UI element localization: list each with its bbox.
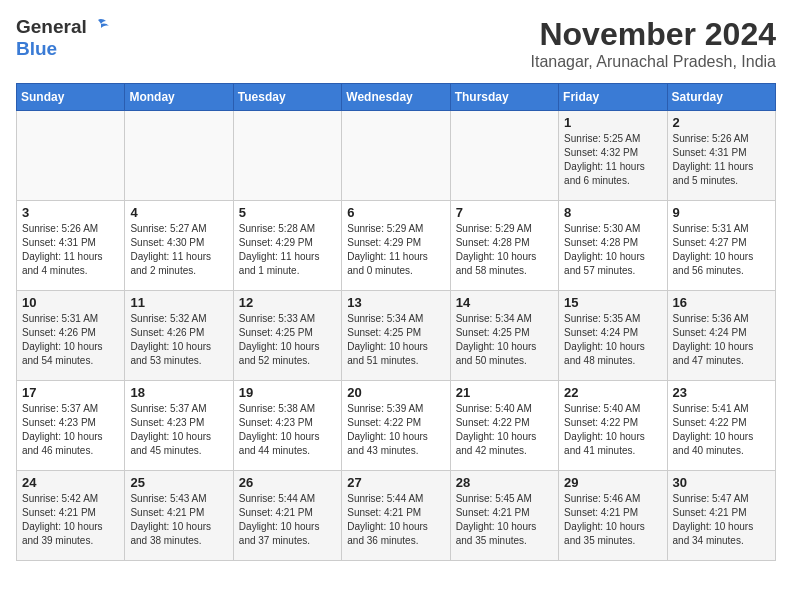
day-number: 30 [673, 475, 770, 490]
calendar-cell: 9Sunrise: 5:31 AMSunset: 4:27 PMDaylight… [667, 201, 775, 291]
location-subtitle: Itanagar, Arunachal Pradesh, India [530, 53, 776, 71]
header-day-monday: Monday [125, 84, 233, 111]
day-number: 29 [564, 475, 661, 490]
day-info: Sunrise: 5:41 AMSunset: 4:22 PMDaylight:… [673, 402, 770, 458]
day-info: Sunrise: 5:31 AMSunset: 4:26 PMDaylight:… [22, 312, 119, 368]
calendar-cell: 26Sunrise: 5:44 AMSunset: 4:21 PMDayligh… [233, 471, 341, 561]
header-day-sunday: Sunday [17, 84, 125, 111]
day-number: 24 [22, 475, 119, 490]
day-number: 7 [456, 205, 553, 220]
day-info: Sunrise: 5:26 AMSunset: 4:31 PMDaylight:… [22, 222, 119, 278]
calendar-cell: 12Sunrise: 5:33 AMSunset: 4:25 PMDayligh… [233, 291, 341, 381]
day-number: 12 [239, 295, 336, 310]
day-info: Sunrise: 5:42 AMSunset: 4:21 PMDaylight:… [22, 492, 119, 548]
header-day-friday: Friday [559, 84, 667, 111]
day-info: Sunrise: 5:31 AMSunset: 4:27 PMDaylight:… [673, 222, 770, 278]
calendar-cell: 6Sunrise: 5:29 AMSunset: 4:29 PMDaylight… [342, 201, 450, 291]
day-info: Sunrise: 5:46 AMSunset: 4:21 PMDaylight:… [564, 492, 661, 548]
calendar-cell: 15Sunrise: 5:35 AMSunset: 4:24 PMDayligh… [559, 291, 667, 381]
logo-general-text: General [16, 16, 87, 38]
day-number: 14 [456, 295, 553, 310]
calendar-cell: 10Sunrise: 5:31 AMSunset: 4:26 PMDayligh… [17, 291, 125, 381]
day-info: Sunrise: 5:40 AMSunset: 4:22 PMDaylight:… [564, 402, 661, 458]
day-number: 18 [130, 385, 227, 400]
header-row: SundayMondayTuesdayWednesdayThursdayFrid… [17, 84, 776, 111]
calendar-cell: 19Sunrise: 5:38 AMSunset: 4:23 PMDayligh… [233, 381, 341, 471]
day-info: Sunrise: 5:37 AMSunset: 4:23 PMDaylight:… [130, 402, 227, 458]
day-number: 4 [130, 205, 227, 220]
day-number: 6 [347, 205, 444, 220]
week-row-5: 24Sunrise: 5:42 AMSunset: 4:21 PMDayligh… [17, 471, 776, 561]
day-info: Sunrise: 5:32 AMSunset: 4:26 PMDaylight:… [130, 312, 227, 368]
logo: General Blue [16, 16, 109, 60]
calendar-cell: 5Sunrise: 5:28 AMSunset: 4:29 PMDaylight… [233, 201, 341, 291]
day-number: 10 [22, 295, 119, 310]
calendar-cell: 20Sunrise: 5:39 AMSunset: 4:22 PMDayligh… [342, 381, 450, 471]
logo-blue-text: Blue [16, 38, 57, 59]
logo-bird-icon [87, 18, 109, 36]
calendar-cell: 22Sunrise: 5:40 AMSunset: 4:22 PMDayligh… [559, 381, 667, 471]
day-info: Sunrise: 5:34 AMSunset: 4:25 PMDaylight:… [347, 312, 444, 368]
day-info: Sunrise: 5:25 AMSunset: 4:32 PMDaylight:… [564, 132, 661, 188]
day-number: 15 [564, 295, 661, 310]
calendar-cell: 1Sunrise: 5:25 AMSunset: 4:32 PMDaylight… [559, 111, 667, 201]
day-number: 2 [673, 115, 770, 130]
day-number: 8 [564, 205, 661, 220]
day-info: Sunrise: 5:33 AMSunset: 4:25 PMDaylight:… [239, 312, 336, 368]
calendar-table: SundayMondayTuesdayWednesdayThursdayFrid… [16, 83, 776, 561]
day-number: 5 [239, 205, 336, 220]
calendar-cell [342, 111, 450, 201]
calendar-cell: 27Sunrise: 5:44 AMSunset: 4:21 PMDayligh… [342, 471, 450, 561]
day-info: Sunrise: 5:36 AMSunset: 4:24 PMDaylight:… [673, 312, 770, 368]
week-row-4: 17Sunrise: 5:37 AMSunset: 4:23 PMDayligh… [17, 381, 776, 471]
day-info: Sunrise: 5:44 AMSunset: 4:21 PMDaylight:… [347, 492, 444, 548]
calendar-cell: 8Sunrise: 5:30 AMSunset: 4:28 PMDaylight… [559, 201, 667, 291]
day-info: Sunrise: 5:43 AMSunset: 4:21 PMDaylight:… [130, 492, 227, 548]
month-year-title: November 2024 [530, 16, 776, 53]
calendar-cell: 24Sunrise: 5:42 AMSunset: 4:21 PMDayligh… [17, 471, 125, 561]
calendar-cell: 11Sunrise: 5:32 AMSunset: 4:26 PMDayligh… [125, 291, 233, 381]
day-info: Sunrise: 5:44 AMSunset: 4:21 PMDaylight:… [239, 492, 336, 548]
calendar-cell: 29Sunrise: 5:46 AMSunset: 4:21 PMDayligh… [559, 471, 667, 561]
day-number: 27 [347, 475, 444, 490]
calendar-cell: 16Sunrise: 5:36 AMSunset: 4:24 PMDayligh… [667, 291, 775, 381]
calendar-cell: 3Sunrise: 5:26 AMSunset: 4:31 PMDaylight… [17, 201, 125, 291]
day-info: Sunrise: 5:30 AMSunset: 4:28 PMDaylight:… [564, 222, 661, 278]
day-number: 1 [564, 115, 661, 130]
day-number: 23 [673, 385, 770, 400]
day-number: 21 [456, 385, 553, 400]
calendar-cell [17, 111, 125, 201]
calendar-cell: 13Sunrise: 5:34 AMSunset: 4:25 PMDayligh… [342, 291, 450, 381]
header-day-thursday: Thursday [450, 84, 558, 111]
week-row-1: 1Sunrise: 5:25 AMSunset: 4:32 PMDaylight… [17, 111, 776, 201]
day-number: 16 [673, 295, 770, 310]
calendar-cell: 7Sunrise: 5:29 AMSunset: 4:28 PMDaylight… [450, 201, 558, 291]
calendar-cell [450, 111, 558, 201]
day-number: 25 [130, 475, 227, 490]
calendar-cell: 28Sunrise: 5:45 AMSunset: 4:21 PMDayligh… [450, 471, 558, 561]
day-number: 26 [239, 475, 336, 490]
day-number: 28 [456, 475, 553, 490]
title-block: November 2024 Itanagar, Arunachal Prades… [530, 16, 776, 71]
calendar-cell [125, 111, 233, 201]
day-number: 11 [130, 295, 227, 310]
calendar-cell: 14Sunrise: 5:34 AMSunset: 4:25 PMDayligh… [450, 291, 558, 381]
day-info: Sunrise: 5:29 AMSunset: 4:29 PMDaylight:… [347, 222, 444, 278]
calendar-body: 1Sunrise: 5:25 AMSunset: 4:32 PMDaylight… [17, 111, 776, 561]
day-number: 3 [22, 205, 119, 220]
day-info: Sunrise: 5:27 AMSunset: 4:30 PMDaylight:… [130, 222, 227, 278]
calendar-cell: 2Sunrise: 5:26 AMSunset: 4:31 PMDaylight… [667, 111, 775, 201]
day-number: 22 [564, 385, 661, 400]
calendar-cell: 4Sunrise: 5:27 AMSunset: 4:30 PMDaylight… [125, 201, 233, 291]
day-number: 20 [347, 385, 444, 400]
header-day-saturday: Saturday [667, 84, 775, 111]
day-info: Sunrise: 5:29 AMSunset: 4:28 PMDaylight:… [456, 222, 553, 278]
day-number: 13 [347, 295, 444, 310]
calendar-header: SundayMondayTuesdayWednesdayThursdayFrid… [17, 84, 776, 111]
day-info: Sunrise: 5:28 AMSunset: 4:29 PMDaylight:… [239, 222, 336, 278]
day-info: Sunrise: 5:35 AMSunset: 4:24 PMDaylight:… [564, 312, 661, 368]
header-day-tuesday: Tuesday [233, 84, 341, 111]
day-number: 19 [239, 385, 336, 400]
day-info: Sunrise: 5:26 AMSunset: 4:31 PMDaylight:… [673, 132, 770, 188]
page-header: General Blue November 2024 Itanagar, Aru… [16, 16, 776, 71]
